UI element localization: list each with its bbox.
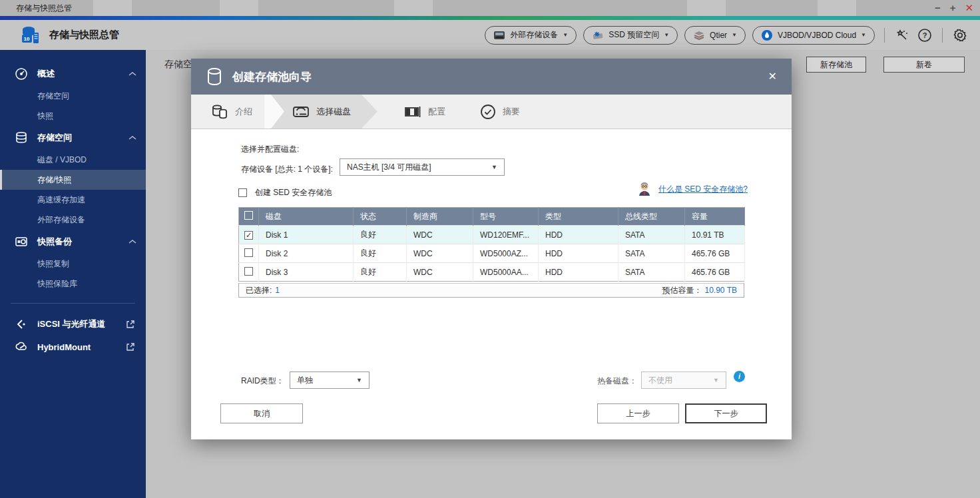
sidebar-item-snapshot-replica[interactable]: 快照复制 [0,254,146,274]
sidebar-item-label: 快照 [37,111,53,122]
page-title: 存储空 [164,59,192,71]
sidebar-group-label: 概述 [37,68,55,80]
sidebar-item-storage-space[interactable]: 存储空间 [0,86,146,106]
maximize-icon[interactable]: + [950,0,956,16]
chevron-down-icon: ▼ [713,377,719,383]
hot-spare-select-disabled: 不使用 ▼ [641,372,726,389]
sidebar: 概述 存储空间 快照 存储空间 磁盘 / VJBOD 存储/快照 高速缓存加速 … [0,50,146,498]
cell-disk: Disk 1 [259,226,354,244]
external-storage-button[interactable]: 外部存储设备 ▼ [485,26,577,45]
sed-pool-checkbox[interactable] [238,188,247,197]
sidebar-link-iscsi-fc[interactable]: iSCSI 与光纤通道 [0,313,146,336]
chevron-up-icon [128,135,136,140]
disk2-checkbox[interactable] [244,248,253,257]
table-row-disk3[interactable]: Disk 3 良好 WDC WD5000AA... HDD SATA 465.7… [239,263,745,282]
ssd-overprovisioning-button[interactable]: SSD 预留空间 ▼ [583,26,678,45]
table-row-disk2[interactable]: Disk 2 良好 WDC WD5000AZ... HDD SATA 465.7… [239,244,745,263]
app-header: 10 存储与快照总管 外部存储设备 ▼ SSD 预留空间 ▼ Qti [0,20,980,50]
cell-capacity: 465.76 GB [685,244,745,263]
table-row-disk1[interactable]: ✓ Disk 1 良好 WDC WD120EMF... HDD SATA 10.… [239,226,745,244]
cloud-icon [15,340,29,354]
help-icon[interactable]: ? [917,27,933,43]
col-type: 类型 [539,208,618,226]
close-dialog-icon[interactable]: ✕ [768,71,777,82]
step-label: 选择磁盘 [316,106,351,118]
qtier-button[interactable]: Qtier ▼ [684,26,746,45]
cancel-button[interactable]: 取消 [220,403,303,423]
col-bus-type: 总线类型 [618,208,685,226]
chevron-down-icon: ▼ [664,32,669,38]
wizard-steps: 介绍 选择磁盘 配置 摘要 [191,95,792,129]
info-icon[interactable]: i [734,371,745,382]
sidebar-group-snapshot-backup[interactable]: 快照备份 [0,230,146,254]
chevron-down-icon: ▼ [356,377,362,383]
disk3-checkbox[interactable] [244,267,253,276]
sed-pool-label: 创建 SED 安全存储池 [255,187,332,198]
raid-type-select[interactable]: 单独 ▼ [290,372,369,389]
step-configure: 配置 [377,95,457,128]
fibre-channel-icon [15,318,29,331]
sidebar-link-hybridmount[interactable]: HybridMount [0,336,146,358]
sidebar-item-cache-acceleration[interactable]: 高速缓存加速 [0,190,146,210]
sidebar-item-storage-snapshots[interactable]: 存储/快照 [0,170,146,190]
sidebar-item-snapshot-vault[interactable]: 快照保险库 [0,274,146,294]
step-label: 摘要 [503,106,520,118]
sidebar-group-label: 存储空间 [37,132,72,144]
sidebar-item-label: 快照复制 [37,258,69,270]
raid-type-label: RAID类型： [241,375,284,387]
cell-type: HDD [539,263,618,282]
desktop-icon-ghost [220,0,258,16]
magic-wand-icon[interactable] [894,27,910,43]
sidebar-item-label: 高速缓存加速 [37,194,85,206]
table-footer: 已选择: 1 预估容量： 10.90 TB [238,283,744,298]
header-separator [884,28,885,43]
cell-status: 良好 [354,226,407,244]
cell-status: 良好 [354,244,407,263]
cell-type: HDD [539,226,618,244]
sed-help-link[interactable]: 什么是 SED 安全存储池? [658,184,748,195]
disk-table: 磁盘 状态 制造商 型号 类型 总线类型 容量 ✓ Disk 1 良好 WDC … [238,207,745,282]
close-window-icon[interactable]: ✕ [965,0,973,16]
window-titlebar: 存储与快照总管 − + ✕ [0,0,980,16]
sidebar-item-label: 存储/快照 [37,174,71,186]
cell-disk: Disk 3 [259,263,354,282]
app-title: 存储与快照总管 [49,29,119,41]
professor-help-icon [636,181,653,197]
sidebar-divider [11,303,135,304]
step-label: 介绍 [235,106,252,118]
cell-model: WD5000AZ... [473,244,539,263]
previous-button[interactable]: 上一步 [597,403,679,423]
desktop-icon-ghost [394,0,433,16]
sidebar-group-overview[interactable]: 概述 [0,62,146,86]
config-bar-icon [404,105,421,119]
raid-type-value: 单独 [297,375,313,386]
vjbod-cloud-icon [761,29,773,41]
cell-manufacturer: WDC [407,226,473,244]
vjbod-cloud-button[interactable]: VJBOD/VJBOD Cloud ▼ [752,26,875,45]
select-all-checkbox[interactable] [244,211,253,220]
window-title: 存储与快照总管 [16,3,72,14]
col-manufacturer: 制造商 [407,208,473,226]
select-configure-disks-label: 选择并配置磁盘: [241,144,299,155]
cell-model: WD5000AA... [473,263,539,282]
cell-model: WD120EMF... [473,226,539,244]
sidebar-item-snapshot[interactable]: 快照 [0,106,146,126]
sidebar-item-label: 快照保险库 [37,278,77,290]
summary-check-icon [480,104,496,120]
external-drive-icon [493,31,505,40]
sidebar-item-disks-vjbod[interactable]: 磁盘 / VJBOD [0,150,146,170]
estimate-value: 10.90 TB [705,286,737,295]
sidebar-group-storage[interactable]: 存储空间 [0,126,146,150]
sidebar-item-external-storage[interactable]: 外部存储设备 [0,210,146,230]
disk1-checkbox-checked[interactable]: ✓ [244,231,253,240]
cell-capacity: 10.91 TB [685,226,745,244]
next-button[interactable]: 下一步 [685,403,767,423]
storage-device-select[interactable]: NAS主机 [3/4 可用磁盘] ▼ [340,158,505,176]
new-storage-pool-button[interactable]: 新存储池 [806,57,866,73]
cell-manufacturer: WDC [407,263,473,282]
new-volume-button[interactable]: 新卷 [883,57,965,73]
minimize-icon[interactable]: − [935,0,941,16]
gear-icon[interactable] [952,27,968,43]
cell-bus: SATA [618,244,685,263]
selected-label: 已选择: [246,285,272,296]
